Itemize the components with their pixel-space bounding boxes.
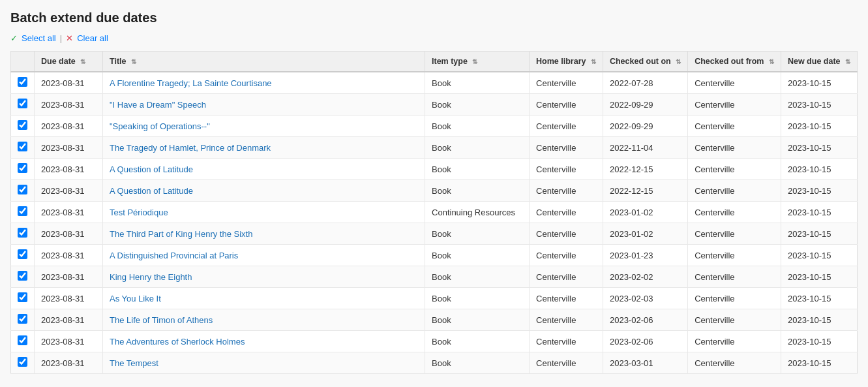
cell-title: The Tragedy of Hamlet, Prince of Denmark	[103, 137, 425, 159]
loans-table: Due date ⇅ Title ⇅ Item type ⇅ Home libr…	[10, 51, 858, 374]
row-checkbox[interactable]	[18, 120, 27, 130]
check-icon: ✓	[10, 33, 18, 43]
cell-checked-out-from: Centerville	[688, 94, 781, 116]
cell-checked-out-on: 2023-01-23	[603, 245, 687, 266]
cell-item-type: Book	[425, 94, 530, 116]
title-link[interactable]: As You Like It	[110, 294, 161, 303]
cell-checked-out-on: 2023-02-06	[603, 331, 687, 352]
table-row: 2023-08-31A Distinguished Provincial at …	[11, 245, 858, 266]
row-checkbox[interactable]	[18, 142, 27, 151]
title-link[interactable]: A Question of Latitude	[110, 164, 193, 174]
row-checkbox[interactable]	[18, 185, 27, 194]
col-header-due-date[interactable]: Due date ⇅	[35, 52, 103, 72]
title-link[interactable]: The Tragedy of Hamlet, Prince of Denmark	[110, 143, 271, 153]
checkbox-cell	[11, 266, 35, 288]
title-link[interactable]: "Speaking of Operations--"	[110, 121, 210, 131]
cell-due-date: 2023-08-31	[35, 94, 103, 116]
row-checkbox[interactable]	[18, 335, 27, 345]
sort-icon-checked-out-from: ⇅	[769, 58, 774, 65]
title-link[interactable]: The Life of Timon of Athens	[110, 315, 213, 325]
cell-new-due-date: 2023-10-15	[781, 72, 857, 94]
page-title: Batch extend due dates	[10, 10, 858, 25]
table-row: 2023-08-31The Adventures of Sherlock Hol…	[11, 331, 858, 352]
cell-item-type: Book	[425, 137, 530, 159]
cell-item-type: Book	[425, 288, 530, 309]
title-link[interactable]: A Distinguished Provincial at Paris	[110, 251, 238, 260]
cell-home-library: Centerville	[530, 266, 603, 288]
col-header-new-due-date[interactable]: New due date ⇅	[781, 52, 857, 72]
title-link[interactable]: A Florentine Tragedy; La Sainte Courtisa…	[110, 78, 272, 88]
cell-checked-out-from: Centerville	[688, 116, 781, 137]
table-row: 2023-08-31The Tragedy of Hamlet, Prince …	[11, 137, 858, 159]
table-row: 2023-08-31The Third Part of King Henry t…	[11, 223, 858, 245]
title-link[interactable]: The Adventures of Sherlock Holmes	[110, 337, 245, 347]
title-link[interactable]: The Tempest	[110, 358, 158, 368]
cell-new-due-date: 2023-10-15	[781, 331, 857, 352]
cell-home-library: Centerville	[530, 116, 603, 137]
sort-icon-home-library: ⇅	[591, 58, 596, 65]
col-header-checked-out-from[interactable]: Checked out from ⇅	[688, 52, 781, 72]
title-link[interactable]: Test Périodique	[110, 208, 168, 217]
checkbox-cell	[11, 137, 35, 159]
select-all-link[interactable]: Select all	[22, 33, 56, 43]
row-checkbox[interactable]	[18, 206, 27, 216]
cell-item-type: Book	[425, 72, 530, 94]
cell-checked-out-on: 2023-01-02	[603, 223, 687, 245]
row-checkbox[interactable]	[18, 271, 27, 281]
cell-title: Test Périodique	[103, 202, 425, 223]
cell-new-due-date: 2023-10-15	[781, 202, 857, 223]
row-checkbox[interactable]	[18, 314, 27, 324]
row-checkbox[interactable]	[18, 228, 27, 238]
sort-icon-new-due-date: ⇅	[845, 58, 850, 65]
sort-icon-due-date: ⇅	[80, 58, 85, 65]
cell-item-type: Continuing Resources	[425, 202, 530, 223]
col-header-home-library[interactable]: Home library ⇅	[530, 52, 603, 72]
cell-title: A Distinguished Provincial at Paris	[103, 245, 425, 266]
row-checkbox[interactable]	[18, 357, 27, 367]
batch-actions: ✓ Select all | ✕ Clear all	[10, 33, 858, 43]
row-checkbox[interactable]	[18, 99, 27, 108]
cell-home-library: Centerville	[530, 94, 603, 116]
cell-item-type: Book	[425, 309, 530, 331]
sort-icon-item-type: ⇅	[472, 58, 477, 65]
cell-home-library: Centerville	[530, 245, 603, 266]
cell-due-date: 2023-08-31	[35, 137, 103, 159]
cell-new-due-date: 2023-10-15	[781, 137, 857, 159]
checkbox-cell	[11, 309, 35, 331]
cell-home-library: Centerville	[530, 137, 603, 159]
row-checkbox[interactable]	[18, 292, 27, 302]
cell-checked-out-on: 2023-01-02	[603, 202, 687, 223]
sort-icon-checked-out-on: ⇅	[676, 58, 681, 65]
cell-item-type: Book	[425, 352, 530, 374]
title-link[interactable]: "I Have a Dream" Speech	[110, 100, 206, 110]
title-link[interactable]: A Question of Latitude	[110, 186, 193, 196]
cell-checked-out-on: 2022-11-04	[603, 137, 687, 159]
cell-home-library: Centerville	[530, 223, 603, 245]
title-link[interactable]: King Henry the Eighth	[110, 272, 192, 282]
cell-title: King Henry the Eighth	[103, 266, 425, 288]
cell-due-date: 2023-08-31	[35, 288, 103, 309]
row-checkbox[interactable]	[18, 163, 27, 173]
checkbox-cell	[11, 202, 35, 223]
cell-item-type: Book	[425, 266, 530, 288]
cell-item-type: Book	[425, 331, 530, 352]
col-header-checked-out-on[interactable]: Checked out on ⇅	[603, 52, 687, 72]
col-header-item-type[interactable]: Item type ⇅	[425, 52, 530, 72]
row-checkbox[interactable]	[18, 249, 27, 259]
cell-item-type: Book	[425, 116, 530, 137]
cell-due-date: 2023-08-31	[35, 72, 103, 94]
cell-home-library: Centerville	[530, 331, 603, 352]
title-link[interactable]: The Third Part of King Henry the Sixth	[110, 229, 252, 239]
checkbox-cell	[11, 288, 35, 309]
checkbox-cell	[11, 223, 35, 245]
clear-all-link[interactable]: Clear all	[77, 33, 108, 43]
table-row: 2023-08-31A Florentine Tragedy; La Saint…	[11, 72, 858, 94]
cell-new-due-date: 2023-10-15	[781, 245, 857, 266]
row-checkbox[interactable]	[18, 77, 27, 87]
cell-title: The Life of Timon of Athens	[103, 309, 425, 331]
cell-new-due-date: 2023-10-15	[781, 266, 857, 288]
col-header-title[interactable]: Title ⇅	[103, 52, 425, 72]
cell-title: As You Like It	[103, 288, 425, 309]
cell-home-library: Centerville	[530, 309, 603, 331]
cell-checked-out-on: 2022-12-15	[603, 159, 687, 180]
